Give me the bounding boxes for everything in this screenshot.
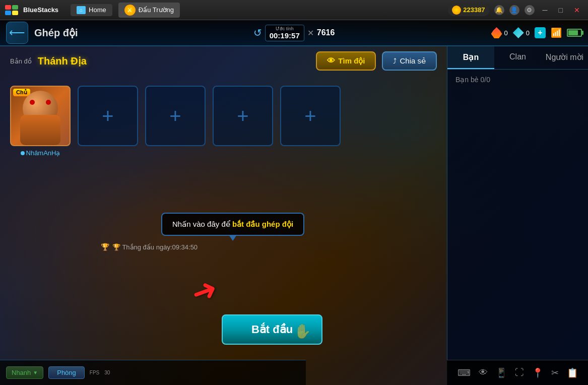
- friends-tabs: Bạn Clan Người mời: [447, 46, 588, 70]
- tooltip-box: Nhấn vào đây để bắt đầu ghép đội: [161, 213, 304, 236]
- diamond-count: 0: [526, 29, 530, 37]
- diamond-icon: [513, 27, 524, 38]
- eye-icon: 👁: [327, 56, 335, 66]
- logo-blue: [5, 11, 11, 15]
- player-slot-host: Chủ NhâmAnHạ: [10, 86, 71, 157]
- match-info-text: 🏆 Thắng đấu ngày:09:34:50: [112, 243, 198, 251]
- map-label: Bản đồ: [10, 57, 32, 65]
- tooltip-highlight: bắt đầu ghép đội: [232, 220, 293, 228]
- game-bottom-bar: Nhanh ▼ Phòng FPS 30: [0, 360, 306, 385]
- bs-keyboard-icon[interactable]: ⌨: [458, 367, 471, 378]
- player-status-dot: [21, 151, 25, 155]
- hero-body: [20, 115, 60, 145]
- tooltip-text-before: Nhấn vào đây để: [172, 220, 232, 228]
- bs-scissors-icon[interactable]: ✂: [551, 367, 559, 378]
- tab-nguoi-moi[interactable]: Người mời: [541, 46, 588, 69]
- red-arrow-indicator: ➜: [186, 270, 222, 312]
- score-display: 7616: [317, 28, 335, 37]
- find-team-button[interactable]: 👁 Tìm đội: [316, 51, 376, 71]
- bluestacks-bottom-bar: ⌨ 👁 📱 ⛶ 📍 ✂ 📋: [447, 360, 588, 385]
- add-player-2-icon: +: [102, 105, 113, 127]
- bs-fullscreen-icon[interactable]: ⛶: [515, 367, 524, 378]
- timer-refresh-button[interactable]: ↺: [253, 27, 262, 39]
- screen-title: Ghép đội: [34, 27, 78, 39]
- home-label: Home: [89, 6, 106, 14]
- player-slot-3[interactable]: +: [145, 86, 206, 146]
- app-title: BlueStacks: [23, 6, 58, 14]
- timer-area: ↺ Ước tính 00:19:57 ✕ 7616: [253, 25, 335, 41]
- hero-eye-right: [46, 100, 51, 105]
- settings-button[interactable]: ⚙: [525, 5, 535, 15]
- coin-display: 223387: [448, 4, 489, 16]
- start-button[interactable]: Bắt đầu ✋: [222, 314, 322, 345]
- speed-button[interactable]: Nhanh ▼: [6, 366, 43, 379]
- resources-area: 0 0 + 📶: [491, 27, 582, 38]
- back-button[interactable]: ⟵: [6, 22, 28, 44]
- account-button[interactable]: 👤: [509, 5, 519, 15]
- timer-value: 00:19:57: [270, 31, 300, 40]
- titlebar-controls: 223387 🔔 👤 ⚙ ─ □ ✕: [448, 4, 583, 16]
- logo-yellow: [12, 11, 18, 15]
- fps-value: 30: [104, 370, 110, 375]
- maximize-button[interactable]: □: [556, 5, 566, 15]
- tab-ban[interactable]: Bạn: [447, 46, 494, 69]
- player-slot-5[interactable]: +: [280, 86, 341, 146]
- timer-label: Ước tính: [270, 26, 300, 31]
- add-player-5-icon: +: [304, 105, 316, 127]
- battery-tip: [582, 31, 583, 35]
- back-arrow-icon: ⟵: [9, 26, 25, 39]
- game-tab-label: Đấu Trường: [139, 6, 174, 14]
- share-icon: ⤴: [393, 57, 397, 65]
- fps-label: FPS: [90, 370, 99, 375]
- room-label: Phòng: [57, 369, 76, 376]
- bs-camera-icon[interactable]: 👁: [479, 367, 488, 378]
- bs-tablet-icon[interactable]: 📋: [567, 367, 578, 378]
- map-name: Thánh Địa: [38, 55, 87, 67]
- diamond-resource: 0: [513, 27, 530, 38]
- friends-panel: Bạn Clan Người mời Bạn bè 0/0: [447, 46, 588, 385]
- hero-illustration: [11, 87, 70, 145]
- coin-icon: [452, 6, 461, 15]
- match-info: 🏆 🏆 Thắng đấu ngày:09:34:50: [101, 243, 198, 251]
- trophy-icon: 🏆: [101, 243, 109, 251]
- timer-close-icon[interactable]: ✕: [307, 28, 314, 38]
- host-avatar: Chủ: [10, 86, 71, 146]
- hand-icon: ✋: [294, 323, 311, 340]
- game-area: ⟵ Ghép đội ↺ Ước tính 00:19:57 ✕ 7616 0 …: [0, 20, 588, 385]
- timer-box: Ước tính 00:19:57: [265, 25, 304, 41]
- tooltip-arrow: [229, 235, 237, 241]
- home-tab[interactable]: ⌂ Home: [71, 4, 112, 16]
- map-bar: Bản đồ Thánh Địa 👁 Tìm đội ⤴ Chia sẻ: [0, 46, 447, 76]
- fire-icon: [491, 27, 502, 38]
- add-player-3-icon: +: [169, 105, 181, 127]
- wifi-icon: 📶: [551, 27, 562, 38]
- player-slot-2[interactable]: +: [78, 86, 138, 146]
- add-resource-button[interactable]: +: [535, 27, 546, 38]
- game-topbar: ⟵ Ghép đội ↺ Ước tính 00:19:57 ✕ 7616 0 …: [0, 20, 588, 46]
- battery-fill: [568, 30, 578, 35]
- speed-label: Nhanh: [12, 369, 31, 376]
- bluestacks-logo: [5, 5, 19, 15]
- start-button-label: Bắt đầu: [251, 323, 293, 336]
- fire-count: 0: [504, 29, 508, 37]
- bs-location-icon[interactable]: 📍: [532, 367, 543, 378]
- player-slots: Chủ NhâmAnHạ: [0, 76, 447, 167]
- bs-phone-icon[interactable]: 📱: [496, 367, 507, 378]
- minimize-button[interactable]: ─: [540, 5, 551, 15]
- tab-clan[interactable]: Clan: [494, 46, 541, 69]
- logo-green: [12, 5, 18, 10]
- close-button[interactable]: ✕: [571, 5, 583, 15]
- notification-bell[interactable]: 🔔: [494, 5, 504, 15]
- player-slot-4[interactable]: +: [213, 86, 273, 146]
- hero-eye-left: [30, 100, 35, 105]
- speed-dropdown-icon: ▼: [33, 370, 38, 375]
- friends-count: Bạn bè 0/0: [447, 70, 588, 90]
- host-name: NhâmAnHạ: [21, 149, 60, 157]
- add-player-4-icon: +: [237, 105, 248, 127]
- battery-icon: [567, 29, 582, 37]
- room-button[interactable]: Phòng: [48, 366, 85, 379]
- game-content: Bản đồ Thánh Địa 👁 Tìm đội ⤴ Chia sẻ Chủ: [0, 46, 447, 385]
- game-tab[interactable]: ⚔ Đấu Trường: [118, 3, 180, 18]
- share-button[interactable]: ⤴ Chia sẻ: [382, 51, 437, 71]
- titlebar: BlueStacks ⌂ Home ⚔ Đấu Trường 223387 🔔 …: [0, 0, 588, 20]
